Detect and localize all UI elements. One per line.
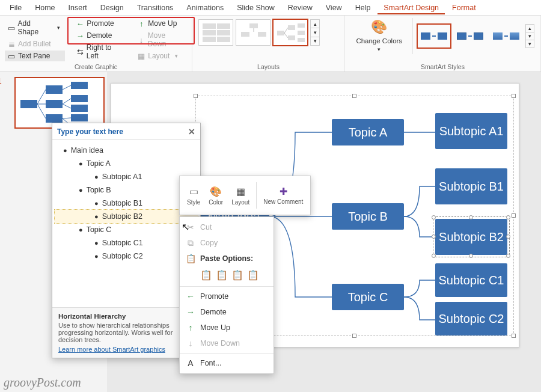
styles-more-button[interactable]: ▴ ▾ ▾ [525, 24, 534, 48]
menu-smartart-design[interactable]: SmartArt Design [377, 1, 445, 14]
ribbon-group-layouts: ▴ ▾ ▾ Layouts [192, 16, 345, 72]
svg-rect-18 [46, 100, 63, 108]
move-up-button[interactable]: ↑Move Up [135, 18, 187, 29]
list-item[interactable]: ●Subtopic B1 [55, 197, 198, 210]
menu-slideshow[interactable]: Slide Show [231, 1, 281, 14]
mini-toolbar: ▭Style 🎨Color ▦Layout ✚New Comment [179, 176, 311, 215]
svg-rect-5 [217, 37, 230, 42]
node-sub-b1[interactable]: Subtopic B1 [435, 168, 507, 204]
menu-format[interactable]: Format [446, 1, 482, 14]
swap-icon: ⇆ [76, 47, 84, 56]
footer-desc: Use to show hierarchical relationships p… [58, 322, 194, 343]
svg-rect-8 [241, 32, 249, 37]
add-shape-icon: ▭ [7, 23, 16, 32]
node-sub-a1[interactable]: Subtopic A1 [435, 113, 507, 149]
close-icon[interactable]: ✕ [188, 127, 195, 136]
paste-option-1[interactable]: 📋 [200, 269, 212, 281]
menu-file[interactable]: File [4, 1, 28, 14]
text-pane-footer: Horizontal Hierarchy Use to show hierarc… [52, 307, 200, 358]
list-item[interactable]: ●Subtopic C1 [55, 236, 198, 250]
watermark: groovyPost.com [4, 376, 81, 390]
copy-icon: ⧉ [186, 238, 195, 248]
layout-option-2[interactable] [236, 19, 270, 46]
svg-rect-14 [298, 31, 305, 35]
ctx-promote[interactable]: ←Promote [180, 289, 274, 304]
promote-button[interactable]: ←Promote [73, 18, 126, 29]
footer-title: Horizontal Hierarchy [58, 313, 194, 320]
menu-insert[interactable]: Insert [63, 1, 93, 14]
node-topic-b[interactable]: Topic B [332, 203, 404, 230]
list-item[interactable]: ●Topic A [55, 157, 198, 170]
menu-help[interactable]: Help [349, 1, 377, 14]
list-item[interactable]: ●Topic C [55, 223, 198, 236]
ctx-font[interactable]: AFont... [180, 355, 274, 371]
slide-number: 1 [0, 77, 2, 85]
style-option-2[interactable] [453, 24, 487, 48]
style-icon: ▭ [188, 185, 200, 197]
style-option-1-selected[interactable] [417, 24, 451, 48]
menu-view[interactable]: View [320, 1, 348, 14]
context-menu: ✂Cut ⧉Copy 📋Paste Options: 📋 📋 📋 📋 ←Prom… [179, 216, 274, 374]
menu-home[interactable]: Home [29, 1, 61, 14]
node-topic-c[interactable]: Topic C [332, 284, 404, 310]
add-shape-button[interactable]: ▭Add Shape▾ [5, 18, 65, 37]
rtl-button[interactable]: ⇆Right to Left [73, 42, 126, 61]
svg-rect-4 [203, 37, 216, 42]
list-item[interactable]: ●Subtopic A1 [55, 170, 198, 183]
node-sub-c1[interactable]: Subtopic C1 [435, 263, 507, 297]
layouts-more-button[interactable]: ▴ ▾ ▾ [310, 19, 320, 46]
mini-style-button[interactable]: ▭Style [183, 184, 204, 207]
text-pane-list[interactable]: ●Main idea ●Topic A ●Subtopic A1 ●Topic … [52, 140, 200, 307]
mini-color-button[interactable]: 🎨Color [205, 184, 227, 207]
ctx-move-up[interactable]: ↑Move Up [180, 320, 274, 335]
add-bullet-button: ≣Add Bullet [5, 38, 65, 49]
list-item-selected[interactable]: ●Subtopic B2 [55, 210, 198, 223]
slide-thumbnail-1[interactable] [14, 77, 105, 129]
change-colors-button[interactable]: 🎨 Change Colors ▾ [350, 18, 409, 54]
paste-option-4[interactable]: 📋 [247, 269, 259, 281]
arrow-right-icon: → [76, 31, 84, 40]
menu-transitions[interactable]: Transitions [131, 1, 180, 14]
ctx-demote[interactable]: →Demote [180, 304, 274, 320]
demote-button[interactable]: →Demote [73, 30, 126, 41]
paste-option-2[interactable]: 📋 [216, 269, 228, 281]
layout-icon: ▦ [234, 185, 246, 197]
menu-review[interactable]: Review [282, 1, 319, 14]
arrow-down-icon: ↓ [137, 35, 145, 44]
svg-rect-21 [71, 95, 88, 102]
group-label-layouts: Layouts [197, 62, 340, 70]
layout-button: ▦Layout▾ [135, 51, 187, 61]
layout-option-3-selected[interactable] [273, 19, 308, 46]
svg-rect-12 [288, 35, 295, 40]
list-item[interactable]: ●Topic B [55, 183, 198, 197]
node-sub-b2-selected[interactable]: Subtopic B2 [435, 219, 507, 255]
text-pane[interactable]: Type your text here ✕ ●Main idea ●Topic … [52, 123, 201, 358]
ctx-move-down: ↓Move Down [180, 335, 274, 351]
list-item[interactable]: ●Subtopic C2 [55, 250, 198, 263]
ribbon: ▭Add Shape▾ ≣Add Bullet ▭Text Pane ←Prom… [0, 16, 541, 72]
menu-animations[interactable]: Animations [180, 1, 230, 14]
svg-rect-0 [203, 23, 216, 29]
svg-rect-16 [20, 100, 37, 108]
bullet-list-icon: ≣ [7, 40, 16, 48]
svg-rect-6 [249, 23, 258, 28]
style-option-3[interactable] [489, 24, 523, 48]
mini-layout-button[interactable]: ▦Layout [228, 184, 253, 207]
node-topic-a[interactable]: Topic A [332, 119, 404, 145]
comment-icon: ✚ [277, 185, 289, 197]
group-label-styles: SmartArt Styles [350, 62, 536, 70]
palette-icon: 🎨 [371, 19, 387, 35]
palette-icon: 🎨 [210, 185, 222, 197]
paste-option-3[interactable]: 📋 [231, 269, 243, 281]
svg-rect-20 [71, 82, 88, 89]
mini-new-comment-button[interactable]: ✚New Comment [260, 184, 307, 207]
learn-more-link[interactable]: Learn more about SmartArt graphics [58, 346, 165, 353]
font-icon: A [186, 358, 195, 368]
arrow-right-icon: → [186, 307, 195, 317]
node-sub-c2[interactable]: Subtopic C2 [435, 302, 507, 335]
layout-option-1[interactable] [198, 19, 233, 46]
menu-design[interactable]: Design [94, 1, 130, 14]
list-item[interactable]: ●Main idea [55, 144, 198, 157]
text-pane-toggle[interactable]: ▭Text Pane [5, 51, 65, 61]
layout-icon: ▦ [137, 52, 145, 60]
